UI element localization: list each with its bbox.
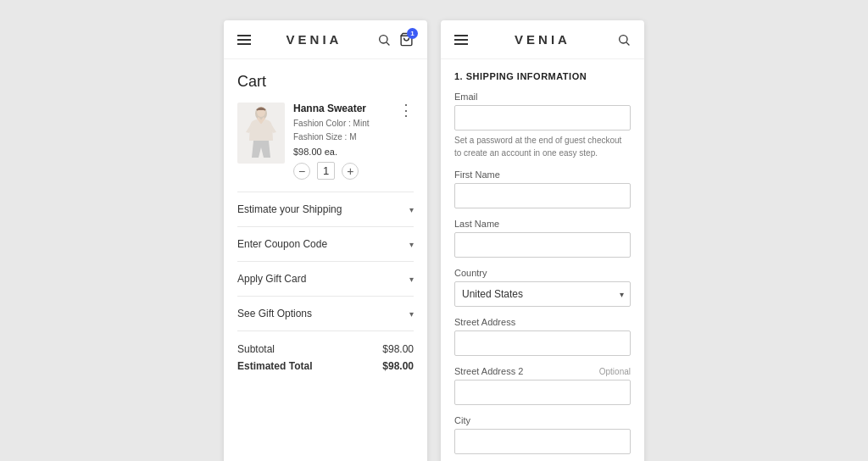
- hamburger-menu-icon[interactable]: [237, 35, 251, 45]
- shipping-form-body: 1. SHIPPING INFORMATION Email Set a pass…: [441, 59, 644, 461]
- cart-item: Hanna Sweater Fashion Color : Mint Fashi…: [237, 103, 414, 180]
- subtotal-value: $98.00: [382, 343, 414, 355]
- product-name: Hanna Sweater: [293, 103, 387, 114]
- shipping-search-icon[interactable]: [617, 33, 631, 47]
- gift-card-chevron: ▾: [409, 275, 414, 284]
- item-more-options-icon[interactable]: ⋮: [395, 103, 414, 118]
- last-name-group: Last Name: [454, 219, 631, 258]
- first-name-label: First Name: [454, 169, 631, 180]
- subtotal-label: Subtotal: [237, 343, 275, 355]
- cart-totals: Subtotal $98.00 Estimated Total $98.00: [237, 343, 414, 372]
- cart-panel-body: Cart: [224, 59, 427, 391]
- shipping-panel-header: VENIA: [441, 20, 644, 59]
- subtotal-row: Subtotal $98.00: [237, 343, 414, 355]
- accordion-section: Estimate your Shipping ▾ Enter Coupon Co…: [237, 192, 414, 331]
- product-color: Fashion Color : Mint: [293, 117, 387, 131]
- quantity-decrease-button[interactable]: −: [293, 163, 310, 180]
- estimate-shipping-toggle[interactable]: Estimate your Shipping ▾: [237, 192, 414, 226]
- quantity-control: − 1 +: [293, 162, 387, 180]
- email-field[interactable]: [454, 105, 631, 131]
- estimated-total-row: Estimated Total $98.00: [237, 360, 414, 372]
- street-address-field[interactable]: [454, 330, 631, 356]
- screen-wrapper: VENIA 1 Cart: [203, 0, 665, 461]
- accordion-estimate-shipping: Estimate your Shipping ▾: [237, 192, 414, 227]
- email-group: Email Set a password at the end of guest…: [454, 92, 631, 159]
- shipping-hamburger-icon[interactable]: [454, 35, 468, 45]
- last-name-label: Last Name: [454, 219, 631, 229]
- coupon-chevron: ▾: [409, 240, 414, 249]
- city-field[interactable]: [454, 429, 631, 454]
- header-icons: 1: [377, 32, 414, 47]
- shipping-panel: VENIA 1. SHIPPING INFORMATION Email Set …: [441, 20, 644, 461]
- accordion-gift-options: See Gift Options ▾: [237, 297, 414, 331]
- quantity-value: 1: [317, 162, 335, 180]
- country-label: Country: [454, 268, 631, 278]
- search-icon[interactable]: [377, 33, 391, 47]
- svg-point-5: [620, 35, 627, 42]
- cart-badge: 1: [407, 28, 418, 39]
- gift-options-label: See Gift Options: [237, 308, 312, 319]
- coupon-code-toggle[interactable]: Enter Coupon Code ▾: [237, 227, 414, 261]
- street-address2-label: Street Address 2: [454, 366, 523, 376]
- gift-options-toggle[interactable]: See Gift Options ▾: [237, 297, 414, 330]
- first-name-group: First Name: [454, 169, 631, 208]
- street-address2-group: Street Address 2 Optional: [454, 366, 631, 405]
- city-group: City: [454, 415, 631, 454]
- product-image: [237, 103, 285, 164]
- cart-item-details: Hanna Sweater Fashion Color : Mint Fashi…: [293, 103, 387, 180]
- gift-card-toggle[interactable]: Apply Gift Card ▾: [237, 262, 414, 296]
- shipping-header-icons: [617, 33, 631, 47]
- gift-options-chevron: ▾: [409, 309, 414, 319]
- coupon-code-label: Enter Coupon Code: [237, 238, 327, 250]
- svg-line-1: [387, 42, 389, 45]
- shipping-section-title: 1. SHIPPING INFORMATION: [454, 71, 631, 81]
- street-address-group: Street Address: [454, 317, 631, 356]
- country-select-wrapper: United States Canada Mexico United Kingd…: [454, 281, 631, 307]
- cart-title: Cart: [237, 73, 414, 91]
- first-name-field[interactable]: [454, 183, 631, 208]
- country-select[interactable]: United States Canada Mexico United Kingd…: [454, 281, 631, 307]
- accordion-gift-card: Apply Gift Card ▾: [237, 262, 414, 297]
- street-address2-optional: Optional: [599, 367, 631, 376]
- shipping-logo: VENIA: [468, 32, 617, 47]
- cart-logo: VENIA: [251, 32, 377, 47]
- gift-card-label: Apply Gift Card: [237, 273, 306, 285]
- svg-line-6: [626, 42, 629, 45]
- estimated-total-value: $98.00: [382, 360, 414, 372]
- last-name-field[interactable]: [454, 232, 631, 258]
- street-address2-label-row: Street Address 2 Optional: [454, 366, 631, 376]
- product-price: $98.00 ea.: [293, 147, 387, 157]
- accordion-coupon-code: Enter Coupon Code ▾: [237, 227, 414, 262]
- cart-panel: VENIA 1 Cart: [224, 20, 427, 461]
- country-group: Country United States Canada Mexico Unit…: [454, 268, 631, 307]
- email-hint: Set a password at the end of guest check…: [454, 134, 631, 159]
- cart-icon[interactable]: 1: [399, 32, 414, 47]
- street-address2-field[interactable]: [454, 380, 631, 405]
- cart-panel-header: VENIA 1: [224, 20, 427, 59]
- svg-point-0: [380, 35, 387, 42]
- estimated-total-label: Estimated Total: [237, 360, 312, 372]
- email-label: Email: [454, 92, 631, 102]
- street-address-label: Street Address: [454, 317, 631, 327]
- product-size: Fashion Size : M: [293, 131, 387, 144]
- quantity-increase-button[interactable]: +: [342, 163, 359, 180]
- estimate-shipping-chevron: ▾: [409, 205, 414, 214]
- estimate-shipping-label: Estimate your Shipping: [237, 203, 342, 215]
- city-label: City: [454, 415, 631, 425]
